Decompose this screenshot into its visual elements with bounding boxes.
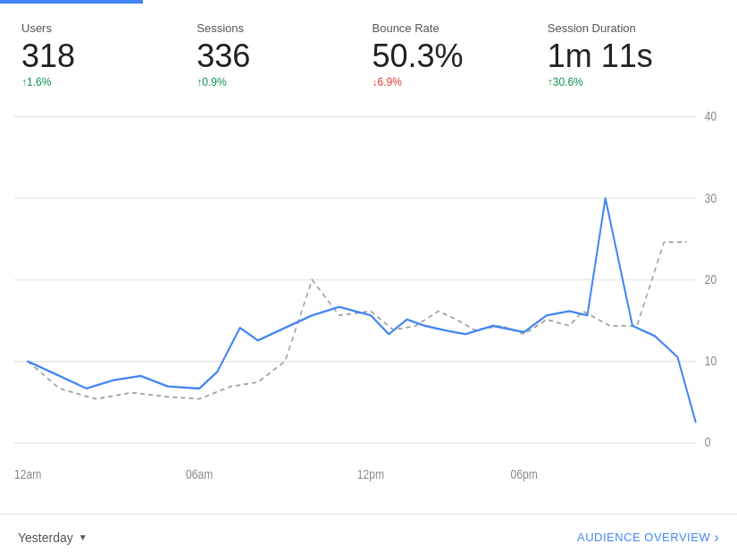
bottom-bar: Yesterday ▼ AUDIENCE OVERVIEW ›: [0, 514, 737, 560]
users-value: 318: [21, 38, 179, 74]
metric-session-duration: Session Duration 1m 11s 30.6%: [544, 18, 719, 96]
session-duration-change: 30.6%: [548, 76, 705, 88]
svg-text:0: 0: [705, 435, 711, 449]
metric-bounce-rate: Bounce Rate 50.3% 6.9%: [369, 18, 544, 96]
users-change: 1.6%: [21, 76, 179, 88]
chevron-right-icon: ›: [714, 530, 719, 546]
metric-sessions: Sessions 336 0.9%: [193, 18, 368, 96]
svg-text:30: 30: [705, 190, 716, 205]
svg-text:40: 40: [705, 109, 716, 123]
bounce-rate-value: 50.3%: [373, 38, 530, 74]
svg-text:12pm: 12pm: [357, 466, 384, 481]
bounce-rate-change: 6.9%: [373, 76, 530, 88]
line-chart: 40 30 20 10 0 12am 06am 12pm 06pm: [14, 106, 723, 514]
svg-text:10: 10: [705, 354, 716, 368]
svg-text:20: 20: [705, 272, 716, 287]
metric-users: Users 318 1.6%: [18, 18, 193, 96]
period-selector-button[interactable]: Yesterday ▼: [18, 531, 88, 545]
sessions-value: 336: [197, 38, 354, 74]
main-content: Users 318 1.6% Sessions 336 0.9% Bounce …: [0, 4, 737, 514]
audience-overview-label: AUDIENCE OVERVIEW: [577, 531, 710, 544]
svg-text:06am: 06am: [186, 466, 213, 481]
sessions-change: 0.9%: [197, 76, 354, 88]
period-label: Yesterday: [18, 531, 73, 545]
audience-overview-link[interactable]: AUDIENCE OVERVIEW ›: [577, 530, 719, 546]
bounce-rate-label: Bounce Rate: [373, 21, 530, 35]
metrics-row: Users 318 1.6% Sessions 336 0.9% Bounce …: [18, 18, 719, 96]
session-duration-value: 1m 11s: [548, 38, 705, 74]
svg-text:12am: 12am: [14, 466, 41, 481]
chart-area: 40 30 20 10 0 12am 06am 12pm 06pm: [14, 106, 723, 514]
dropdown-arrow-icon: ▼: [79, 532, 88, 542]
svg-text:06pm: 06pm: [511, 466, 538, 481]
sessions-label: Sessions: [197, 21, 354, 35]
users-label: Users: [21, 21, 179, 35]
session-duration-label: Session Duration: [548, 21, 705, 35]
